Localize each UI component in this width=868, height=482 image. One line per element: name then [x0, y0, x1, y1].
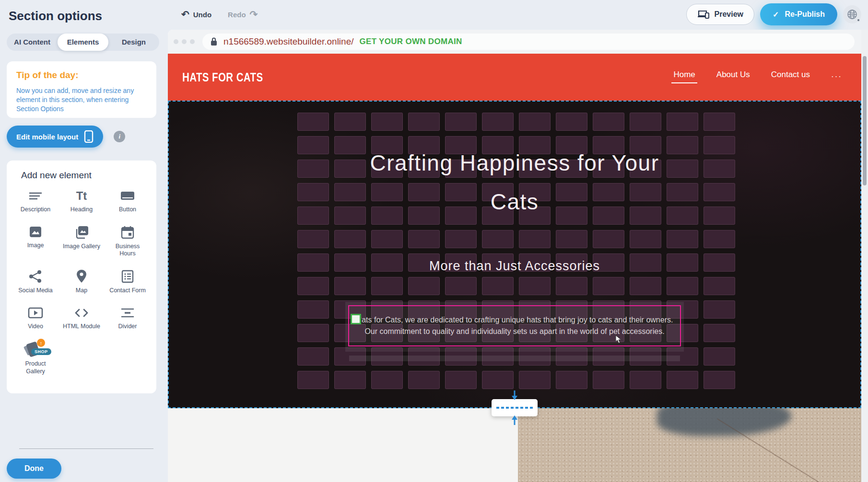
element-heading[interactable]: Tt Heading: [59, 189, 105, 214]
hero-tile: [630, 230, 661, 248]
site-header[interactable]: HATS FOR CATS Home About Us Contact us ·…: [168, 54, 861, 101]
paragraph-resize-bar: [349, 356, 680, 361]
get-domain-link[interactable]: GET YOUR OWN DOMAIN: [360, 37, 462, 46]
hero-tile: [519, 371, 551, 389]
element-contact-form[interactable]: Contact Form: [105, 269, 151, 295]
page-title: Section options: [9, 9, 102, 23]
window-dots-icon: [174, 39, 195, 44]
floor-image: [518, 408, 861, 482]
hero-tile: [704, 277, 735, 295]
drag-handle[interactable]: [351, 314, 361, 324]
devices-icon: [697, 10, 710, 19]
tip-title: Tip of the day:: [16, 70, 147, 80]
site-logo[interactable]: HATS FOR CATS: [182, 70, 263, 84]
hero-tile: [593, 230, 624, 248]
element-label: Product Gallery: [15, 360, 56, 375]
tab-design[interactable]: Design: [108, 34, 159, 51]
hero-tile: [297, 347, 329, 366]
undo-icon: ↶: [181, 10, 189, 19]
add-element-title: Add new element: [12, 170, 151, 181]
element-description[interactable]: Description: [12, 189, 59, 214]
element-html-module[interactable]: HTML Module: [59, 306, 105, 331]
check-icon: ✓: [773, 10, 779, 19]
element-label: Business Hours: [107, 243, 148, 258]
mouse-cursor-icon: [615, 335, 622, 344]
hero-tile: [704, 300, 735, 319]
hero-tile: [556, 230, 587, 248]
redo-button[interactable]: Redo ↷: [228, 10, 258, 19]
hero-tile: [482, 230, 514, 248]
element-map[interactable]: Map: [59, 269, 105, 295]
hero-tile: [445, 113, 477, 131]
hero-tile: [519, 113, 551, 131]
section-options-panel: Section options AI Content Elements Desi…: [0, 0, 168, 482]
element-image-gallery[interactable]: Image Gallery: [59, 225, 105, 258]
nav-home[interactable]: Home: [673, 70, 695, 83]
hero-tile: [704, 324, 735, 342]
address-bar[interactable]: n1566589.websitebuilder.online/ GET YOUR…: [202, 34, 855, 50]
element-video[interactable]: Video: [12, 306, 59, 331]
republish-label: Re-Publish: [785, 10, 825, 19]
tab-ai-content[interactable]: AI Content: [7, 34, 58, 51]
hero-tile: [445, 277, 477, 295]
element-label: Button: [119, 206, 136, 214]
hero-tile: [519, 277, 551, 295]
hero-heading[interactable]: Crafting Happiness for Your Cats: [168, 144, 861, 221]
hero-tile: [445, 230, 477, 248]
selected-paragraph-element[interactable]: Hats for Cats, we are dedicated to craft…: [348, 305, 681, 346]
info-icon[interactable]: i: [114, 131, 125, 142]
hero-tile: [593, 113, 624, 131]
preview-button[interactable]: Preview: [686, 4, 754, 25]
hero-tile: [371, 230, 403, 248]
element-social-media[interactable]: Social Media: [12, 269, 59, 295]
arrow-down-icon: [511, 390, 518, 401]
image-gallery-icon: [74, 225, 89, 240]
hero-tile: [704, 113, 735, 131]
nav-more-button[interactable]: ···: [831, 72, 842, 81]
arrow-up-icon: [511, 414, 518, 425]
hero-tile: [334, 230, 366, 248]
element-label: Contact Form: [109, 287, 146, 295]
hero-tile: [297, 113, 329, 131]
site-nav: Home About Us Contact us ···: [673, 70, 842, 83]
contact-form-icon: [120, 269, 135, 284]
hero-tile: [297, 277, 329, 295]
hero-tile: [556, 113, 587, 131]
hero-tile: [482, 371, 514, 389]
hero-tile: [334, 277, 366, 295]
hero-tile: [482, 113, 514, 131]
hero-section[interactable]: Crafting Happiness for Your Cats More th…: [168, 101, 861, 408]
language-globe-button[interactable]: [843, 5, 861, 23]
resize-dotted-line: [496, 407, 533, 409]
element-divider[interactable]: Divider: [105, 306, 151, 331]
hero-tile: [297, 300, 329, 319]
element-button[interactable]: Button: [105, 189, 151, 214]
element-business-hours[interactable]: Business Hours: [105, 225, 151, 258]
element-image[interactable]: Image: [12, 225, 59, 258]
preview-scrollbar[interactable]: [861, 30, 868, 482]
hero-tile: [519, 230, 551, 248]
hero-subheading[interactable]: More than Just Accessories: [168, 259, 861, 274]
scrollbar-thumb[interactable]: [863, 56, 867, 185]
section-resize-handle[interactable]: [492, 399, 538, 416]
element-label: Heading: [70, 206, 93, 214]
shop-badge: SHOP: [31, 348, 51, 355]
hero-tile: [704, 347, 735, 366]
globe-badge: [856, 18, 860, 22]
element-product-gallery[interactable]: ↑ SHOP Product Gallery: [12, 342, 59, 375]
hero-tile: [408, 277, 440, 295]
site-preview-window: n1566589.websitebuilder.online/ GET YOUR…: [168, 30, 861, 482]
done-button[interactable]: Done: [7, 459, 61, 479]
nav-about-us[interactable]: About Us: [716, 70, 750, 83]
republish-button[interactable]: ✓ Re-Publish: [760, 3, 837, 25]
nav-contact-us[interactable]: Contact us: [771, 70, 810, 83]
heading-icon: Tt: [76, 189, 87, 203]
tip-of-the-day-card: Tip of the day: Now you can add, move an…: [7, 61, 156, 118]
hero-tile: [334, 113, 366, 131]
undo-button[interactable]: ↶ Undo: [181, 10, 211, 19]
edit-mobile-layout-button[interactable]: Edit mobile layout: [7, 126, 103, 148]
hero-paragraph: Hats for Cats, we are dedicated to craft…: [356, 314, 673, 337]
tip-body: Now you can add, move and resize any ele…: [16, 86, 147, 114]
tab-elements[interactable]: Elements: [58, 34, 108, 51]
redo-icon: ↷: [250, 10, 258, 19]
